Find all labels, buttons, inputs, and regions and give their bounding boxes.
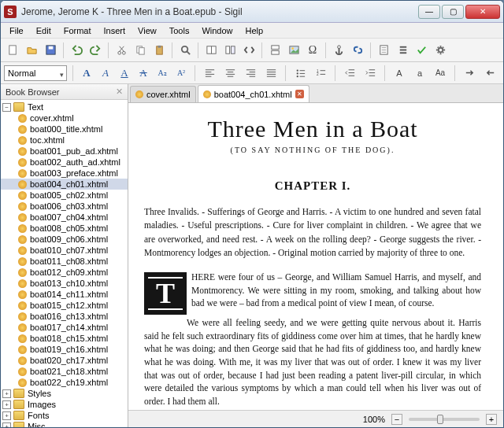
collapse-icon[interactable]: − [2, 103, 11, 112]
style-combo[interactable]: Normal [4, 65, 67, 81]
undo-icon[interactable] [68, 42, 85, 59]
tree-file[interactable]: boat004_ch01.xhtml [1, 179, 128, 190]
underline-icon[interactable]: A [117, 65, 132, 81]
folder-fonts[interactable]: +Fonts [1, 410, 128, 421]
tree-file[interactable]: boat018_ch15.xhtml [1, 333, 128, 344]
split-icon[interactable] [266, 42, 284, 59]
menu-edit[interactable]: Edit [31, 24, 57, 37]
align-center-icon[interactable] [221, 65, 239, 82]
rtl-icon[interactable] [481, 65, 498, 82]
settings-icon[interactable] [432, 42, 449, 59]
expand-icon[interactable]: + [2, 411, 11, 420]
book-view-icon[interactable] [202, 42, 220, 59]
copy-icon[interactable] [132, 42, 149, 59]
tree-file[interactable]: boat019_ch16.xhtml [1, 344, 128, 355]
metadata-icon[interactable] [375, 42, 392, 59]
menu-help[interactable]: Help [240, 24, 269, 37]
indent-less-icon[interactable] [341, 65, 358, 82]
tree-file[interactable]: boat003_preface.xhtml [1, 168, 128, 179]
tree-file[interactable]: boat016_ch13.xhtml [1, 311, 128, 322]
list-number-icon[interactable]: 12 [312, 65, 329, 82]
tree-file[interactable]: boat005_ch02.xhtml [1, 190, 128, 201]
minimize-button[interactable]: — [418, 5, 440, 19]
subscript-icon[interactable]: A₂ [154, 65, 170, 81]
paste-icon[interactable] [150, 42, 168, 59]
expand-icon[interactable]: + [2, 389, 11, 398]
strike-icon[interactable]: A [135, 65, 151, 81]
zoom-out-button[interactable]: − [391, 414, 402, 425]
zoom-thumb[interactable] [437, 415, 443, 424]
maximize-button[interactable]: ▢ [442, 5, 464, 19]
expand-icon[interactable]: + [2, 400, 11, 409]
tree-file[interactable]: boat020_ch17.xhtml [1, 355, 128, 366]
list-bullet-icon[interactable] [291, 65, 309, 82]
tree-file[interactable]: boat006_ch03.xhtml [1, 201, 128, 212]
case-title-icon[interactable]: Aa [432, 65, 449, 82]
special-char-icon[interactable]: Ω [304, 42, 321, 59]
file-icon [18, 136, 27, 145]
tree-file[interactable]: boat015_ch12.xhtml [1, 300, 128, 311]
folder-images[interactable]: +Images [1, 399, 128, 410]
document-viewport[interactable]: Three Men in a Boat (TO SAY NOTHING OF T… [128, 103, 503, 410]
tree-file[interactable]: boat010_ch07.xhtml [1, 245, 128, 256]
link-icon[interactable] [349, 42, 366, 59]
split-view-icon[interactable] [221, 42, 239, 59]
align-right-icon[interactable] [242, 65, 259, 82]
menu-file[interactable]: File [4, 24, 29, 37]
toc-icon[interactable] [394, 42, 411, 59]
align-justify-icon[interactable] [262, 65, 280, 82]
image-icon[interactable] [285, 42, 302, 59]
ltr-icon[interactable] [461, 65, 478, 82]
tab-ch01[interactable]: boat004_ch01.xhtml ✕ [198, 85, 309, 102]
validate-icon[interactable] [413, 42, 430, 59]
menu-tools[interactable]: Tools [164, 24, 195, 37]
tree-file[interactable]: boat002_auth_ad.xhtml [1, 157, 128, 168]
tree-file[interactable]: boat013_ch10.xhtml [1, 278, 128, 289]
titlebar[interactable]: S Jerome, Jerome K - Three Men in a Boat… [1, 1, 503, 23]
tree-file[interactable]: boat008_ch05.xhtml [1, 223, 128, 234]
tree-file[interactable]: toc.xhtml [1, 135, 128, 146]
tab-close-icon[interactable]: ✕ [295, 90, 304, 98]
redo-icon[interactable] [87, 42, 104, 59]
expand-icon[interactable]: + [2, 422, 11, 428]
tree-file[interactable]: cover.xhtml [1, 113, 128, 124]
tree-file[interactable]: boat014_ch11.xhtml [1, 289, 128, 300]
menu-format[interactable]: Format [58, 24, 97, 37]
tree-file[interactable]: boat009_ch06.xhtml [1, 234, 128, 245]
superscript-icon[interactable]: A² [173, 65, 189, 81]
find-icon[interactable] [176, 42, 194, 59]
case-upper-icon[interactable]: A [391, 65, 408, 82]
tree-file[interactable]: boat017_ch14.xhtml [1, 322, 128, 333]
menu-insert[interactable]: Insert [98, 24, 132, 37]
open-icon[interactable] [23, 42, 40, 59]
code-view-icon[interactable] [240, 42, 258, 59]
tree-file[interactable]: boat021_ch18.xhtml [1, 366, 128, 377]
tree-file[interactable]: boat012_ch09.xhtml [1, 267, 128, 278]
tree-file[interactable]: boat001_pub_ad.xhtml [1, 146, 128, 157]
folder-misc[interactable]: +Misc [1, 421, 128, 427]
indent-more-icon[interactable] [361, 65, 379, 82]
file-icon [18, 257, 27, 266]
align-left-icon[interactable] [201, 65, 218, 82]
tree-file[interactable]: boat011_ch08.xhtml [1, 256, 128, 267]
folder-text[interactable]: −Text [1, 101, 128, 113]
zoom-slider[interactable] [409, 418, 480, 421]
tree-file[interactable]: boat000_title.xhtml [1, 124, 128, 135]
new-icon[interactable] [4, 42, 21, 59]
cut-icon[interactable] [113, 42, 130, 59]
tab-cover[interactable]: cover.xhtml [130, 86, 196, 102]
italic-icon[interactable]: A [98, 65, 113, 81]
save-icon[interactable] [42, 42, 59, 59]
close-button[interactable]: ✕ [465, 5, 500, 19]
panel-close-icon[interactable]: ✕ [116, 87, 123, 97]
case-lower-icon[interactable]: a [411, 65, 428, 82]
menu-view[interactable]: View [132, 24, 162, 37]
file-tree[interactable]: −Textcover.xhtmlboat000_title.xhtmltoc.x… [1, 100, 128, 427]
zoom-in-button[interactable]: + [486, 414, 497, 425]
menu-window[interactable]: Window [196, 24, 238, 37]
anchor-icon[interactable] [330, 42, 347, 59]
tree-file[interactable]: boat022_ch19.xhtml [1, 377, 128, 388]
tree-file[interactable]: boat007_ch04.xhtml [1, 212, 128, 223]
bold-icon[interactable]: A [79, 65, 94, 81]
folder-styles[interactable]: +Styles [1, 388, 128, 399]
